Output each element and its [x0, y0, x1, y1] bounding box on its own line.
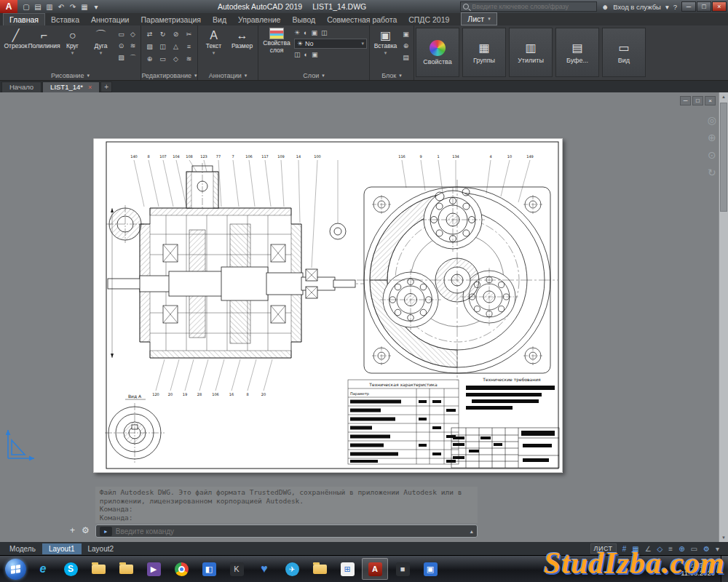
folder-button-2[interactable] [306, 558, 333, 580]
plot-icon[interactable]: ▦ [79, 3, 90, 11]
groups-tile-button[interactable]: ▦ Группы [462, 28, 506, 77]
layer-prev-icon[interactable]: ◐ [304, 51, 308, 58]
fillet-icon[interactable]: ◇ [170, 54, 182, 65]
rotate-icon[interactable]: ↻ [157, 29, 169, 41]
autocad-logo-button[interactable]: A [0, 0, 17, 13]
redo-icon[interactable]: ↷ [67, 3, 79, 11]
ribbon-tab-home[interactable]: Главная [3, 13, 45, 25]
polyline-button[interactable]: ⌐ Полилиния [31, 27, 58, 71]
ribbon-tab-layout[interactable]: Лист▾ [461, 12, 496, 25]
steering-wheel-icon[interactable]: ◎ [708, 114, 716, 126]
clipboard-tile-button[interactable]: ▤ Буфе... [555, 28, 599, 77]
vertical-scrollbar[interactable]: ▲ ▼ [719, 92, 728, 542]
sign-in-button[interactable]: Вход в службы [613, 3, 661, 11]
close-button[interactable]: × [712, 1, 727, 12]
scale-icon[interactable]: △ [170, 41, 182, 53]
layout1-tab[interactable]: Layout1 [42, 543, 82, 554]
ribbon-tab-view[interactable]: Вид [207, 14, 232, 25]
kmplayer-button[interactable]: K [223, 558, 250, 580]
ribbon-tab-collaborate[interactable]: Совместная работа [321, 14, 403, 25]
close-tab-icon[interactable]: × [88, 84, 92, 91]
ellipse-icon[interactable]: ⊙ [116, 41, 127, 52]
properties-tile-button[interactable]: Свойства [416, 28, 459, 77]
view-tile-button[interactable]: ▭ Вид [602, 28, 646, 77]
utilities-tile-button[interactable]: ▥ Утилиты [509, 28, 553, 77]
layer-match-icon[interactable]: ◫ [294, 51, 301, 58]
minimize-button[interactable]: ─ [681, 1, 696, 12]
dimension-button[interactable]: ↔ Размер [229, 27, 256, 71]
layer-color-icon[interactable]: ◫ [321, 29, 328, 36]
mirror-icon[interactable]: ◫ [157, 41, 169, 53]
help-button[interactable]: ? [673, 3, 677, 11]
layer-isolate-icon[interactable]: ▣ [312, 51, 318, 58]
skype-button[interactable]: S [58, 558, 84, 580]
viewport-restore-button[interactable]: □ [692, 96, 703, 105]
erase-icon[interactable]: ▭ [157, 54, 169, 65]
ribbon-tab-manage[interactable]: Управление [232, 14, 286, 25]
spline-icon[interactable]: ≋ [127, 41, 138, 52]
layer-on-icon[interactable]: ☀ [294, 29, 300, 36]
array-icon[interactable]: ≡ [183, 41, 195, 53]
maximize-button[interactable]: □ [697, 1, 711, 12]
layer-properties-button[interactable]: Свойства слоя [261, 27, 293, 71]
zoom-icon[interactable]: ⊙ [708, 149, 716, 161]
media-player-button[interactable]: ▶ [141, 558, 167, 580]
attributes-icon[interactable]: ▤ [400, 52, 411, 63]
app-button-2[interactable]: ■ [389, 558, 416, 580]
file-tab-start[interactable]: Начало [1, 81, 41, 92]
command-input-row[interactable]: ▸ ▴ [95, 525, 478, 538]
folder-button[interactable] [85, 558, 111, 580]
viewport-minimize-button[interactable]: ─ [680, 96, 691, 105]
arc-alt-icon[interactable]: ⌒ [127, 52, 138, 63]
open-file-icon[interactable]: ▤ [32, 3, 44, 11]
panel-label-block[interactable]: Блок▾ [370, 71, 414, 80]
new-drawing-tab-button[interactable]: + [100, 81, 112, 92]
health-app-button[interactable]: ♥ [251, 558, 277, 580]
model-tab[interactable]: Модель [3, 543, 42, 554]
new-file-icon[interactable]: ▢ [20, 3, 32, 11]
copy-icon[interactable]: ▧ [143, 41, 156, 53]
trim-icon[interactable]: ⊘ [170, 29, 182, 41]
ribbon-tab-parametric[interactable]: Параметризация [135, 14, 207, 25]
cut-icon[interactable]: ✂ [183, 29, 195, 41]
orbit-icon[interactable]: ↻ [708, 167, 716, 178]
ribbon-tab-annotate[interactable]: Аннотации [85, 14, 135, 25]
panel-label-layers[interactable]: Слои▾ [258, 71, 369, 80]
autocad-taskbar-button[interactable]: A [362, 558, 388, 580]
app-button-3[interactable]: ▣ [417, 558, 443, 580]
panel-label-annotate[interactable]: Аннотации▾ [198, 71, 258, 80]
ribbon-tab-output[interactable]: Вывод [286, 14, 321, 25]
create-block-icon[interactable]: ▣ [400, 29, 411, 40]
scrollbar-thumb[interactable] [720, 103, 727, 212]
text-button[interactable]: A Текст ▾ [200, 27, 227, 71]
panel-label-modify[interactable]: Редактирование▾ [141, 71, 197, 80]
ribbon-tab-insert[interactable]: Вставка [45, 14, 85, 25]
layer-select-combo[interactable]: ☀ No ▾ [294, 39, 367, 49]
telegram-button[interactable]: ✈ [279, 558, 305, 580]
move-icon[interactable]: ⇄ [143, 29, 156, 41]
viewport-close-button[interactable]: × [705, 96, 716, 105]
insert-block-button[interactable]: ▣ Вставка ▾ [372, 27, 399, 71]
line-button[interactable]: ╱ Отрезок [2, 27, 29, 71]
command-input[interactable] [116, 527, 467, 535]
help-search-box[interactable] [460, 1, 597, 12]
file-tab-document[interactable]: LIST1_14* × [42, 81, 100, 92]
hatch-icon[interactable]: ▧ [116, 52, 127, 63]
sign-in-caret-icon[interactable]: ▾ [665, 3, 669, 11]
rectangle-icon[interactable]: ▭ [116, 29, 127, 40]
drawing-canvas[interactable]: Вид А [0, 92, 728, 542]
pan-icon[interactable]: ⊕ [708, 132, 716, 143]
circle-button[interactable]: ○ Круг ▾ [59, 27, 86, 71]
undo-icon[interactable]: ↶ [55, 3, 67, 11]
layout2-tab[interactable]: Layout2 [82, 543, 121, 554]
recent-commands-icon[interactable]: ▴ [470, 528, 473, 535]
scroll-up-icon[interactable]: ▲ [719, 92, 728, 101]
layer-lock-icon[interactable]: ▣ [312, 29, 318, 36]
save-file-icon[interactable]: ▥ [44, 3, 55, 11]
app-button[interactable]: ◧ [196, 558, 222, 580]
scroll-down-icon[interactable]: ▼ [719, 533, 728, 542]
chrome-button[interactable] [168, 558, 194, 580]
qat-dropdown-icon[interactable]: ▾ [90, 3, 102, 11]
documents-folder-button[interactable] [113, 558, 139, 580]
layer-freeze-icon[interactable]: ◐ [304, 29, 307, 36]
